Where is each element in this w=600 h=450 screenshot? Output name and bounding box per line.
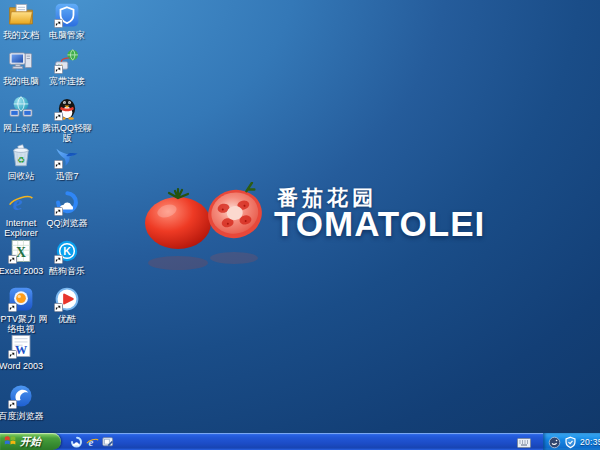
- excel-icon: X: [8, 238, 34, 264]
- word-icon: W: [8, 333, 34, 359]
- tray-security-shield-icon[interactable]: [564, 435, 577, 448]
- desktop[interactable]: 番茄花园 TOMATOLEI 我的文档 电脑管家: [0, 0, 600, 450]
- baidu-browser-icon: [8, 383, 34, 409]
- youku-icon: [54, 286, 80, 312]
- icon-label: 酷狗音乐: [49, 266, 85, 276]
- icon-label: Internet Explorer: [4, 218, 38, 238]
- icon-label: 我的文档: [3, 30, 39, 40]
- svg-text:X: X: [16, 245, 26, 260]
- desktop-icon-word[interactable]: W Word 2003: [0, 333, 50, 371]
- desktop-icon-youku[interactable]: 优酷: [38, 286, 96, 324]
- icon-label: QQ浏览器: [46, 218, 87, 228]
- desktop-icon-broadband[interactable]: 宽带连接: [38, 48, 96, 86]
- quick-launch-qq-browser-icon[interactable]: [70, 435, 83, 448]
- shortcut-arrow-icon: [54, 255, 63, 264]
- shortcut-arrow-icon: [8, 350, 17, 359]
- shortcut-arrow-icon: [54, 112, 63, 121]
- tray-app-icon[interactable]: [548, 435, 561, 448]
- system-tray: 20:35: [543, 433, 600, 450]
- pc-manager-icon: [54, 2, 80, 28]
- thunder-bird-icon: [54, 143, 80, 169]
- desktop-icon-baidu-browser[interactable]: 百度浏览器: [0, 383, 50, 421]
- icon-label: 回收站: [8, 171, 35, 181]
- desktop-icon-kugou[interactable]: K 酷狗音乐: [38, 238, 96, 276]
- shortcut-arrow-icon: [54, 303, 63, 312]
- kugou-music-icon: K: [54, 238, 80, 264]
- svg-text:e: e: [13, 190, 23, 215]
- shortcut-arrow-icon: [8, 400, 17, 409]
- internet-explorer-icon: e: [8, 190, 34, 216]
- recycle-bin-icon: ♻: [8, 143, 34, 169]
- desktop-icon-thunder7[interactable]: 迅雷7: [38, 143, 96, 181]
- tray-clock[interactable]: 20:35: [580, 437, 600, 447]
- svg-text:e: e: [88, 436, 93, 448]
- my-documents-icon: [8, 2, 34, 28]
- broadband-connection-icon: [54, 48, 80, 74]
- qq-browser-icon: [54, 190, 80, 216]
- desktop-icon-qq[interactable]: 腾讯QQ轻聊版: [38, 95, 96, 143]
- icon-label: 我的电脑: [3, 76, 39, 86]
- desktop-icon-pc-manager[interactable]: 电脑管家: [38, 2, 96, 40]
- svg-text:♻: ♻: [17, 155, 25, 165]
- quick-launch-bar: e: [70, 433, 115, 450]
- shortcut-arrow-icon: [8, 255, 17, 264]
- shortcut-arrow-icon: [54, 207, 63, 216]
- quick-launch-show-desktop-icon[interactable]: [102, 435, 115, 448]
- shortcut-arrow-icon: [54, 65, 63, 74]
- icon-label: Excel 2003: [0, 266, 43, 276]
- icon-label: 百度浏览器: [0, 411, 44, 421]
- svg-text:K: K: [63, 245, 71, 257]
- pptv-icon: [8, 286, 34, 312]
- icon-label: 宽带连接: [49, 76, 85, 86]
- icon-label: 腾讯QQ轻聊版: [38, 123, 96, 143]
- icon-label: Word 2003: [0, 361, 43, 371]
- icon-label: 电脑管家: [49, 30, 85, 40]
- start-button-label: 开始: [20, 435, 41, 449]
- icon-label: 优酷: [58, 314, 76, 324]
- qq-penguin-icon: [54, 95, 80, 121]
- brand-title-en: TOMATOLEI: [274, 204, 485, 244]
- icon-label: 迅雷7: [55, 171, 78, 181]
- shortcut-arrow-icon: [8, 303, 17, 312]
- taskbar: 开始 e: [0, 433, 600, 450]
- start-button[interactable]: 开始: [0, 433, 61, 450]
- quick-launch-internet-explorer-icon[interactable]: e: [86, 435, 99, 448]
- language-keyboard-icon[interactable]: [517, 435, 531, 447]
- network-places-icon: [8, 95, 34, 121]
- icon-label: 网上邻居: [3, 123, 39, 133]
- desktop-icon-qq-browser[interactable]: QQ浏览器: [38, 190, 96, 228]
- windows-flag-icon: [4, 433, 17, 450]
- my-computer-icon: [8, 48, 34, 74]
- shortcut-arrow-icon: [54, 160, 63, 169]
- tomato-graphic: [138, 182, 274, 274]
- shortcut-arrow-icon: [54, 19, 63, 28]
